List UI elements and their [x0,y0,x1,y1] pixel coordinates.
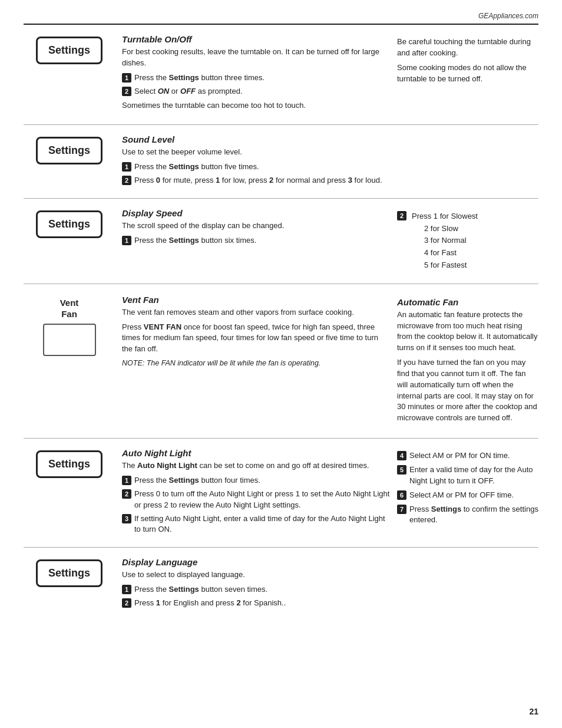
auto-night-step-num-5: 5 [397,465,406,475]
turntable-extra: Sometimes the turntable can become too h… [122,100,390,111]
step-num-2: 2 [122,87,131,96]
auto-night-right-step-7: 7 Press Settings to confirm the settings… [397,504,538,526]
auto-night-title: Auto Night Light [122,448,390,458]
website: GEAppliances.com [24,12,538,20]
turntable-desc: For best cooking results, leave the turn… [122,47,390,69]
vent-fan-label: VentFan [60,297,79,320]
settings-button-turntable[interactable]: Settings [36,37,103,64]
display-speed-desc: The scroll speed of the display can be c… [122,220,390,232]
section-display-speed-main: Display Speed The scroll speed of the di… [115,208,397,249]
display-lang-step-num-1: 1 [122,585,131,594]
step-num-1: 1 [122,73,131,83]
section-sound: Settings Sound Level Use to set the beep… [24,125,538,199]
turntable-step-2: 2 Select ON or OFF as prompted. [122,86,390,97]
settings-button-display-lang[interactable]: Settings [36,559,103,587]
sound-step-1: 1 Press the Settings button five times. [122,162,390,173]
display-lang-title: Display Language [122,557,390,567]
turntable-step-1-text: Press the Settings button three times. [134,73,265,84]
display-speed-step-1-text: Press the Settings button six times. [134,235,256,246]
display-speed-right-content: Press 1 for Slowest 2 for Slow 3 for Nor… [409,210,478,272]
auto-night-right-step-6: 6 Select AM or PM for OFF time. [397,490,538,501]
section-display-speed: Settings Display Speed The scroll speed … [24,199,538,284]
vent-fan-text: Press VENT FAN once for boost fan speed,… [122,322,390,355]
auto-night-step-num-7: 7 [397,505,406,514]
section-auto-night-main: Auto Night Light The Auto Night Light ca… [115,448,397,538]
display-speed-3: 3 for Normal [412,235,478,247]
vent-fan-desc: The vent fan removes steam and other vap… [122,307,390,318]
display-speed-4: 4 for Fast [412,247,478,259]
vent-fan-box [43,324,96,356]
section-vent-fan-main: Vent Fan The vent fan removes steam and … [115,295,397,369]
auto-night-step-num-3: 3 [122,514,131,523]
auto-night-step-7-text: Press Settings to confirm the settings e… [409,504,538,526]
auto-night-step-4-text: Select AM or PM for ON time. [409,450,510,462]
section-vent-fan: VentFan Vent Fan The vent fan removes st… [24,284,538,439]
section-display-lang-left: Settings [24,557,115,587]
auto-night-step-num-1: 1 [122,476,131,485]
auto-night-step-3-text: If setting Auto Night Light, enter a val… [134,513,390,536]
auto-night-desc: The Auto Night Light can be set to come … [122,460,390,472]
display-lang-desc: Use to select to displayed language. [122,569,390,581]
section-display-lang-right [397,557,538,559]
section-turntable-main: Turntable On/Off For best cooking result… [115,34,397,115]
auto-night-step-5-text: Enter a valid time of day for the Auto N… [409,465,538,487]
auto-night-step-num-2: 2 [122,489,131,499]
turntable-step-2-text: Select ON or OFF as prompted. [134,86,243,97]
auto-fan-title: Automatic Fan [397,297,538,307]
display-speed-step-num-1: 1 [122,236,131,245]
section-vent-fan-left: VentFan [24,295,115,356]
page: GEAppliances.com Settings Turntable On/O… [0,0,562,728]
section-turntable: Settings Turntable On/Off For best cooki… [24,25,538,125]
section-display-lang-main: Display Language Use to select to displa… [115,557,397,611]
turntable-title: Turntable On/Off [122,34,390,44]
turntable-step-1: 1 Press the Settings button three times. [122,73,390,84]
sound-title: Sound Level [122,134,390,144]
auto-night-right-step-4: 4 Select AM or PM for ON time. [397,450,538,462]
auto-night-step-num-4: 4 [397,451,406,460]
section-sound-right [397,134,538,137]
display-speed-step-1: 1 Press the Settings button six times. [122,235,390,246]
auto-night-step-6-text: Select AM or PM for OFF time. [409,490,514,501]
auto-night-step-num-6: 6 [397,490,406,500]
auto-night-step-2: 2 Press 0 to turn off the Auto Night Lig… [122,489,390,511]
section-turntable-right: Be careful touching the turntable during… [397,34,538,88]
turntable-right-text1: Be careful touching the turntable during… [397,37,538,59]
section-auto-night: Settings Auto Night Light The Auto Night… [24,439,538,548]
auto-night-step-2-text: Press 0 to turn off the Auto Night Light… [134,489,390,511]
auto-fan-desc1: An automatic fan feature protects the mi… [397,309,538,354]
sound-desc: Use to set the beeper volume level. [122,147,390,158]
display-speed-2: 2 for Slow [412,223,478,235]
display-speed-5: 5 for Fastest [412,259,478,272]
section-vent-fan-right: Automatic Fan An automatic fan feature p… [397,295,538,427]
turntable-right-text2: Some cooking modes do not allow the turn… [397,62,538,85]
vent-fan-title: Vent Fan [122,295,390,305]
vent-fan-note: NOTE: The FAN indicator will be lit whil… [122,358,390,369]
auto-night-step-3: 3 If setting Auto Night Light, enter a v… [122,513,390,536]
sound-step-num-2: 2 [122,176,131,185]
display-speed-slowest: Press 1 for Slowest [412,210,478,223]
auto-fan-desc2: If you have turned the fan on you may fi… [397,357,538,424]
auto-night-step-1: 1 Press the Settings button four times. [122,475,390,486]
settings-button-display-speed[interactable]: Settings [36,210,103,238]
section-display-speed-right: 2 Press 1 for Slowest 2 for Slow 3 for N… [397,208,538,274]
section-display-lang: Settings Display Language Use to select … [24,548,538,621]
display-lang-step-2-text: Press 1 for English and press 2 for Span… [134,598,286,609]
display-lang-step-num-2: 2 [122,598,131,608]
display-lang-step-1-text: Press the Settings button seven times. [134,584,267,595]
settings-button-sound[interactable]: Settings [36,137,103,164]
display-lang-step-1: 1 Press the Settings button seven times. [122,584,390,595]
section-sound-left: Settings [24,134,115,164]
settings-button-auto-night[interactable]: Settings [36,450,103,478]
sound-step-2: 2 Press 0 for mute, press 1 for low, pre… [122,175,390,186]
page-number: 21 [529,707,538,716]
display-speed-right-step: 2 Press 1 for Slowest 2 for Slow 3 for N… [397,210,538,272]
sound-step-1-text: Press the Settings button five times. [134,162,259,173]
display-speed-right-step-num: 2 [397,211,406,220]
display-speed-title: Display Speed [122,208,390,218]
sound-step-num-1: 1 [122,162,131,172]
section-auto-night-left: Settings [24,448,115,478]
auto-night-right-step-5: 5 Enter a valid time of day for the Auto… [397,465,538,487]
section-sound-main: Sound Level Use to set the beeper volume… [115,134,397,189]
section-turntable-left: Settings [24,34,115,64]
sound-step-2-text: Press 0 for mute, press 1 for low, press… [134,175,382,186]
